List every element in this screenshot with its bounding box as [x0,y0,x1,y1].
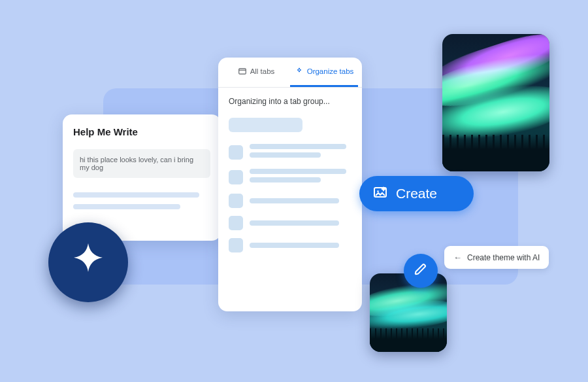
tab-all-tabs[interactable]: All tabs [222,58,290,87]
skeleton-group-title [229,118,302,132]
help-me-write-prompt-field[interactable]: hi this place looks lovely, can i bring … [73,149,210,178]
svg-point-2 [377,190,379,192]
sparkle-icon [295,67,304,76]
stage: Help Me Write hi this place looks lovely… [0,0,588,382]
theme-preview-image-small [370,273,447,352]
theme-preview-image-large [442,34,549,171]
organize-status-text: Organizing into a tab group... [229,97,351,106]
create-image-icon [372,184,388,203]
create-button[interactable]: Create [359,176,474,211]
tab-organize-tabs-label: Organize tabs [307,67,354,75]
tab-organize-tabs[interactable]: Organize tabs [290,58,358,87]
skeleton-line [73,192,199,198]
skeleton-tab-row [229,238,351,252]
skeleton-favicon [229,194,243,208]
tab-all-tabs-label: All tabs [250,67,275,75]
skeleton-favicon [229,216,243,230]
skeleton-favicon [229,145,243,160]
help-me-write-suggestion-skeleton [73,192,210,209]
skeleton-tab-row [229,194,351,208]
skeleton-tab-row [229,169,351,186]
help-me-write-title: Help Me Write [73,126,210,137]
skeleton-tab-row [229,216,351,230]
skeleton-tab-row [229,144,351,161]
create-button-label: Create [396,186,437,201]
organize-body: Organizing into a tab group... [218,88,362,269]
ai-spark-badge [48,222,128,302]
pencil-icon [414,262,428,279]
edit-theme-fab[interactable] [404,254,438,288]
organize-tabs-tabbar: All tabs Organize tabs [218,58,362,88]
create-theme-chip-label: Create theme with AI [467,253,540,262]
tab-icon [238,67,247,76]
skeleton-favicon [229,238,243,252]
organize-tabs-card: All tabs Organize tabs Organizing into a… [218,58,362,311]
spark-icon [68,241,108,284]
skeleton-tab-list [229,144,351,252]
create-theme-chip[interactable]: ← Create theme with AI [444,246,549,269]
arrow-left-icon: ← [453,252,462,262]
skeleton-favicon [229,170,243,184]
skeleton-line [73,204,180,209]
svg-rect-0 [238,69,246,74]
